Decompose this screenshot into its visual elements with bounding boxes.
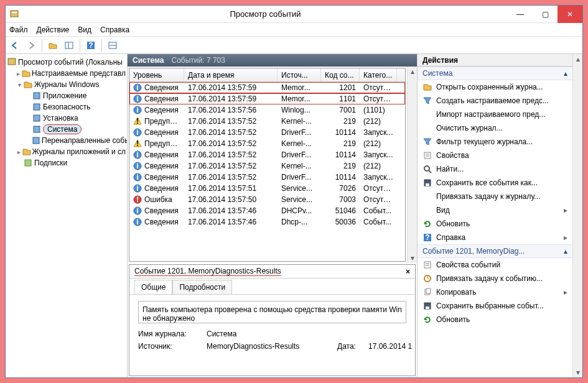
none-icon [422, 192, 432, 201]
menu-help[interactable]: Справка [100, 25, 129, 34]
action-item[interactable]: Открыть сохраненный журна... [418, 80, 572, 94]
tree-root[interactable]: Просмотр событий (Локальны [7, 57, 126, 68]
info-icon: i [133, 106, 142, 114]
svg-text:i: i [136, 184, 138, 193]
center-pane: Система Событий: 7 703 Уровень Дата и вр… [128, 54, 418, 377]
details-message: Память компьютера проверена с помощью ср… [138, 301, 406, 323]
tree-system[interactable]: Система [7, 124, 126, 135]
tree-security[interactable]: Безопасность [7, 101, 126, 113]
action-item[interactable]: Создать настраиваемое предс... [418, 94, 572, 108]
action-item[interactable]: Обновить [418, 217, 572, 231]
action-item[interactable]: Очистить журнал... [418, 121, 572, 135]
col-date[interactable]: Дата и время [184, 68, 278, 81]
collapse-icon[interactable]: ▴ [564, 247, 567, 256]
table-row[interactable]: iСведения17.06.2014 13:57:52DriverF...10… [129, 172, 405, 183]
action-item[interactable]: Привязать задачу к журналу... [418, 190, 572, 203]
tree-subscriptions[interactable]: Подписки [7, 157, 126, 168]
info-icon: i [133, 150, 142, 159]
action-item[interactable]: Сохранить выбранные событ... [418, 299, 572, 313]
info-icon: i [133, 173, 142, 182]
svg-text:?: ? [425, 233, 429, 242]
submenu-arrow-icon: ▸ [564, 288, 567, 297]
help-icon[interactable]: ? [84, 39, 98, 52]
info-icon: i [133, 218, 142, 226]
table-row[interactable]: !Ошибка17.06.2014 13:57:50Service...7003… [129, 194, 405, 205]
open-icon[interactable] [46, 39, 60, 52]
svg-rect-10 [34, 104, 40, 110]
find-icon [422, 164, 432, 174]
svg-text:i: i [136, 150, 138, 159]
logname-label: Имя журнала: [138, 330, 207, 338]
svg-text:i: i [136, 162, 138, 170]
action-item[interactable]: Привязать задачу к событию... [418, 272, 572, 285]
col-level[interactable]: Уровень [129, 68, 184, 81]
tab-general[interactable]: Общие [134, 280, 172, 294]
close-button[interactable]: ✕ [558, 6, 582, 23]
svg-text:i: i [136, 106, 138, 114]
task-icon [422, 274, 432, 284]
svg-text:!: ! [136, 195, 139, 204]
date-label: Дата: [337, 342, 368, 351]
svg-line-43 [429, 170, 431, 173]
menu-action[interactable]: Действие [37, 25, 70, 34]
table-row[interactable]: !Предупреж...17.06.2014 13:57:52Kernel-.… [129, 138, 405, 149]
table-row[interactable]: iСведения17.06.2014 13:57:46DHCPv...5104… [129, 205, 405, 216]
tree-application[interactable]: Приложение [7, 90, 126, 101]
col-code[interactable]: Код со... [321, 68, 360, 81]
svg-rect-9 [34, 93, 40, 99]
center-header: Система Событий: 7 703 [128, 54, 417, 67]
action-item[interactable]: Сохранить все события как... [418, 176, 572, 190]
action-item[interactable]: Свойства [418, 149, 572, 162]
panels-icon[interactable] [62, 39, 76, 52]
props-icon [422, 150, 432, 160]
svg-text:i: i [136, 83, 138, 92]
menu-file[interactable]: Файл [9, 25, 28, 34]
list-scrollbar[interactable]: ▴▾ [407, 67, 417, 263]
menu-view[interactable]: Вид [78, 25, 91, 34]
tree-pane: Просмотр событий (Локальны ▸Настраиваемы… [6, 54, 128, 377]
preview-icon[interactable] [106, 39, 119, 52]
refresh-icon [422, 219, 432, 229]
none-icon [422, 123, 432, 133]
tree-windows-logs[interactable]: ▾Журналы Windows [7, 79, 126, 90]
col-source[interactable]: Источ... [278, 68, 321, 81]
action-item[interactable]: Копировать▸ [418, 285, 572, 299]
logname-value: Система [207, 330, 415, 338]
svg-rect-45 [426, 183, 429, 186]
tree-app-service-logs[interactable]: ▸Журналы приложений и сл [7, 146, 126, 157]
tab-details[interactable]: Подробности [172, 280, 232, 294]
collapse-icon[interactable]: ▴ [564, 69, 567, 78]
table-row[interactable]: iСведения17.06.2014 13:57:52DriverF...10… [129, 149, 405, 160]
back-button[interactable] [8, 39, 22, 52]
minimize-button[interactable]: — [508, 6, 533, 23]
maximize-button[interactable]: ▢ [533, 6, 558, 23]
details-close-icon[interactable]: × [406, 267, 410, 276]
source-label: Источник: [138, 342, 207, 351]
action-item[interactable]: Свойства событий [418, 258, 572, 272]
action-item[interactable]: Импорт настраиваемого пред... [418, 108, 572, 121]
action-item[interactable]: ?Справка▸ [418, 231, 572, 244]
forward-button[interactable] [24, 39, 38, 52]
action-item[interactable]: Фильтр текущего журнала... [418, 135, 572, 149]
table-row[interactable]: iСведения17.06.2014 13:57:52Kernel-...21… [129, 160, 405, 172]
actions-title: Действия [418, 54, 572, 67]
tree-custom-views[interactable]: ▸Настраиваемые представл [7, 68, 126, 79]
table-row[interactable]: iСведения17.06.2014 13:57:52DriverF...10… [129, 127, 405, 138]
table-row[interactable]: iСведения17.06.2014 13:57:51Service...70… [129, 183, 405, 194]
table-row[interactable]: iСведения17.06.2014 13:57:56Winlog...700… [129, 104, 405, 116]
table-row[interactable]: iСведения17.06.2014 13:57:59Memor...1101… [129, 93, 405, 104]
action-item[interactable]: Обновить [418, 313, 572, 326]
actions-scrollbar[interactable]: ▴▾ [572, 54, 582, 377]
svg-text:i: i [136, 173, 138, 182]
action-item[interactable]: Вид▸ [418, 203, 572, 217]
save-icon [422, 301, 432, 311]
table-row[interactable]: iСведения17.06.2014 13:57:59Memor...1201… [129, 82, 405, 93]
table-row[interactable]: !Предупреж...17.06.2014 13:57:52Kernel-.… [129, 116, 405, 127]
table-row[interactable]: iСведения17.06.2014 13:57:46Dhcp-...5003… [129, 216, 405, 228]
action-item[interactable]: Найти... [418, 162, 572, 176]
col-category[interactable]: Катего... [360, 68, 397, 81]
tree-forwarded[interactable]: Перенаправленные собы [7, 135, 126, 146]
tree-setup[interactable]: Установка [7, 113, 126, 124]
copy-icon [422, 287, 432, 297]
svg-text:i: i [136, 218, 138, 226]
